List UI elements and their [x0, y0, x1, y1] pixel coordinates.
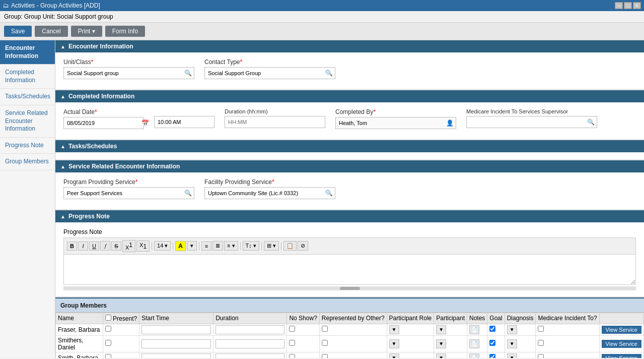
unit-class-input-wrap: 🔍 [63, 67, 194, 79]
contact-type-input[interactable] [205, 69, 323, 78]
save-button[interactable]: Save [4, 26, 32, 37]
highlight-button[interactable]: A [175, 241, 186, 251]
medicare-checkbox-1[interactable] [538, 326, 544, 332]
completed-toggle[interactable]: ▲ [60, 94, 65, 99]
numbered-list-button[interactable]: ≣ [212, 241, 223, 251]
present-checkbox-1[interactable] [105, 326, 111, 332]
maximize-button[interactable]: □ [624, 2, 632, 9]
paste-button[interactable]: 📋 [283, 241, 297, 251]
no-show-checkbox-3[interactable] [289, 354, 295, 358]
contact-type-search-icon[interactable]: 🔍 [323, 70, 335, 77]
represented-checkbox-1[interactable] [322, 326, 328, 332]
sidebar-item-tasks-schedules[interactable]: Tasks/Schedules [0, 89, 55, 105]
diagnosis-btn-1[interactable]: ▼ [507, 325, 517, 334]
start-time-input-3[interactable] [141, 353, 211, 358]
member-participant: ▼ [434, 324, 467, 335]
goal-checkbox-1[interactable] [489, 326, 495, 332]
unit-class-search-icon[interactable]: 🔍 [182, 70, 194, 77]
table-button[interactable]: ⊞ ▾ [264, 241, 279, 251]
medicare-search-icon[interactable]: 🔍 [585, 118, 597, 126]
facility-search-icon[interactable]: 🔍 [323, 190, 335, 197]
medicare-checkbox-3[interactable] [538, 354, 544, 358]
actual-date-input[interactable] [64, 118, 139, 128]
participant-role-btn-3[interactable]: ▼ [389, 353, 399, 358]
view-service-btn-2[interactable]: View Service [602, 340, 641, 348]
sidebar-item-encounter-information[interactable]: Encounter Information [0, 40, 55, 65]
bullet-list-button[interactable]: ≡ [201, 242, 211, 251]
represented-checkbox-2[interactable] [322, 340, 328, 346]
encounter-information-header: ▲ Encounter Information [55, 40, 644, 52]
toolbar-separator-5 [261, 242, 262, 250]
form-info-button[interactable]: Form Info [105, 26, 145, 37]
participant-btn-3[interactable]: ▼ [436, 353, 446, 358]
diagnosis-btn-3[interactable]: ▼ [507, 353, 517, 358]
participant-role-btn-1[interactable]: ▼ [389, 325, 399, 334]
service-toggle[interactable]: ▲ [60, 164, 65, 169]
scrollbar[interactable] [63, 286, 636, 290]
start-time-input-1[interactable] [141, 325, 211, 334]
participant-btn-1[interactable]: ▼ [436, 325, 446, 334]
font-size-button[interactable]: 14 ▾ [154, 241, 171, 251]
present-checkbox-2[interactable] [105, 340, 111, 346]
start-time-input-2[interactable] [141, 339, 211, 348]
subscript-button[interactable]: X1 [136, 241, 150, 252]
notes-btn-3[interactable]: 📄 [469, 353, 479, 358]
calendar-icon[interactable]: 📅 [139, 119, 151, 127]
italic-button[interactable]: I [78, 242, 88, 251]
progress-note-textarea[interactable] [63, 255, 636, 285]
duration-input-3[interactable] [216, 353, 284, 358]
align-button[interactable]: ≡ ▾ [224, 241, 238, 251]
program-search-icon[interactable]: 🔍 [182, 190, 194, 197]
program-providing-input[interactable] [64, 189, 182, 198]
notes-btn-1[interactable]: 📄 [469, 325, 479, 334]
sidebar-item-completed-information[interactable]: Completed Information [0, 65, 55, 89]
program-providing-label: Program Providing Service* [63, 178, 194, 186]
tasks-toggle[interactable]: ▲ [60, 144, 65, 149]
no-show-checkbox-1[interactable] [289, 326, 295, 332]
clear-button[interactable]: ⊘ [298, 241, 308, 251]
view-service-btn-1[interactable]: View Service [602, 326, 641, 334]
format-button[interactable]: 𝑓 [100, 241, 110, 251]
completed-by-input[interactable] [336, 118, 444, 128]
participant-btn-2[interactable]: ▼ [436, 339, 446, 348]
unit-class-input[interactable] [64, 69, 182, 78]
participant-role-btn-2[interactable]: ▼ [389, 339, 399, 348]
progress-toggle[interactable]: ▲ [60, 214, 65, 219]
notes-btn-2[interactable]: 📄 [469, 339, 479, 348]
present-checkbox-3[interactable] [105, 354, 111, 358]
facility-providing-field: Facility Providing Service* 🔍 [204, 178, 335, 199]
superscript-button[interactable]: X1 [122, 240, 135, 252]
encounter-toggle[interactable]: ▲ [60, 44, 65, 49]
duration-input[interactable] [225, 116, 325, 128]
no-show-checkbox-2[interactable] [289, 340, 295, 346]
member-represented [319, 352, 387, 358]
minimize-button[interactable]: ─ [615, 2, 623, 9]
sidebar-item-service-related[interactable]: Service Related Encounter Information [0, 105, 55, 138]
diagnosis-btn-2[interactable]: ▼ [507, 339, 517, 348]
time-input[interactable] [155, 117, 230, 127]
completed-by-person-icon[interactable]: 👤 [444, 119, 456, 127]
progress-title: Progress Note [68, 213, 110, 220]
duration-input-1[interactable] [216, 325, 284, 334]
medicare-checkbox-2[interactable] [538, 340, 544, 346]
goal-checkbox-3[interactable] [489, 354, 495, 358]
medicare-input[interactable] [467, 117, 585, 127]
duration-input-2[interactable] [216, 339, 284, 348]
window-controls[interactable]: ─ □ ✕ [615, 2, 641, 9]
close-button[interactable]: ✕ [633, 2, 641, 9]
bold-button[interactable]: B [67, 242, 77, 251]
cancel-button[interactable]: Cancel [35, 26, 67, 37]
view-service-btn-3[interactable]: View Service [602, 354, 641, 358]
text-style-button[interactable]: T↕ ▾ [243, 241, 259, 251]
sidebar-item-progress-note[interactable]: Progress Note [0, 138, 55, 154]
facility-providing-input[interactable] [205, 189, 323, 198]
represented-checkbox-3[interactable] [322, 354, 328, 358]
print-button[interactable]: Print ▾ [71, 26, 102, 37]
strikethrough-button[interactable]: S [111, 242, 121, 251]
select-all-present[interactable] [105, 315, 111, 321]
underline-button[interactable]: U [89, 242, 99, 251]
sidebar-item-group-members[interactable]: Group Members [0, 154, 55, 170]
member-no-show [287, 352, 319, 358]
goal-checkbox-2[interactable] [489, 340, 495, 346]
highlight-dropdown[interactable]: ▾ [187, 241, 197, 251]
